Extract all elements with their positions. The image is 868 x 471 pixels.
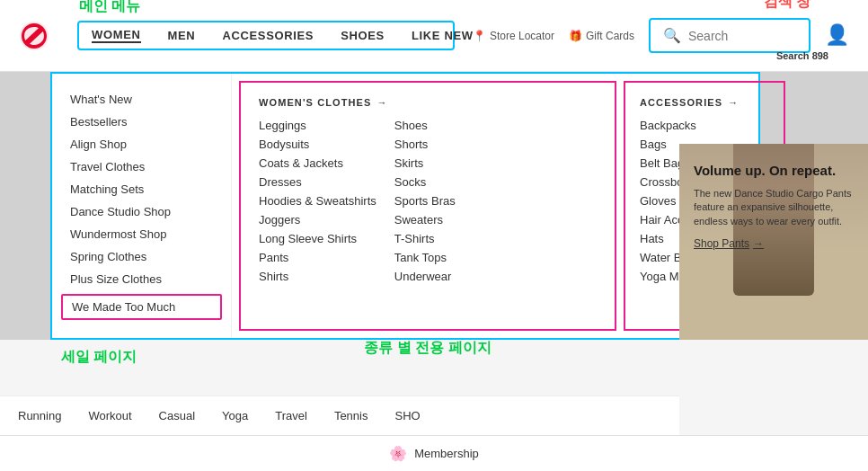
left-nav-item-align-shop[interactable]: Align Shop xyxy=(70,133,213,156)
activity-item-casual[interactable]: Casual xyxy=(159,409,195,422)
category-label: 종류 별 전용 페이지 xyxy=(364,339,491,358)
store-locator[interactable]: 📍 Store Locator xyxy=(473,30,554,42)
hero-cta[interactable]: Shop Pants → xyxy=(694,237,854,250)
activity-item-workout[interactable]: Workout xyxy=(88,409,131,422)
clothes-item[interactable]: Coats & Jackets xyxy=(259,156,376,170)
left-nav-item-we-made-too-much[interactable]: We Made Too Much xyxy=(61,294,222,320)
nav-item-men[interactable]: MEN xyxy=(168,29,196,42)
menu-annotation: 메인 메뉴 xyxy=(79,0,140,16)
activity-item-travel[interactable]: Travel xyxy=(275,409,307,422)
sale-label: 세일 페이지 xyxy=(61,348,137,367)
clothes-item[interactable]: Hoodies & Sweatshirts xyxy=(259,194,376,208)
clothes-item[interactable]: Sweaters xyxy=(394,213,511,227)
clothes-item[interactable]: Underwear xyxy=(394,270,511,283)
header: 메인 메뉴 WOMEN MEN ACCESSORIES SHOES LIKE N… xyxy=(0,0,868,72)
clothes-item[interactable]: T-Shirts xyxy=(394,232,511,245)
clothes-item[interactable]: Bodysuits xyxy=(259,138,376,151)
left-nav-item-matching-sets[interactable]: Matching Sets xyxy=(70,178,213,200)
membership-icon: 🌸 xyxy=(389,445,407,462)
gift-cards[interactable]: 🎁 Gift Cards xyxy=(569,30,634,42)
accessories-title: ACCESSORIES → xyxy=(640,97,769,108)
activity-bar: Running Workout Casual Yoga Travel Tenni… xyxy=(0,395,679,435)
mega-menu-overlay: What's New Bestsellers Align Shop Travel… xyxy=(0,72,868,340)
clothes-item[interactable]: Shorts xyxy=(394,138,511,151)
clothes-item[interactable]: Long Sleeve Shirts xyxy=(259,232,376,245)
clothes-item[interactable]: Joggers xyxy=(259,213,376,227)
clothes-columns: Leggings Bodysuits Coats & Jackets Dress… xyxy=(259,119,597,283)
nav-item-accessories[interactable]: ACCESSORIES xyxy=(222,29,314,42)
left-nav-item-bestsellers[interactable]: Bestsellers xyxy=(70,111,213,133)
acc-item[interactable]: Backpacks xyxy=(640,119,769,132)
header-right: 📍 Store Locator 🎁 Gift Cards 검색 창 🔍 Sear… xyxy=(473,18,850,53)
nav-item-women[interactable]: WOMEN xyxy=(92,28,141,43)
main-nav: 메인 메뉴 WOMEN MEN ACCESSORIES SHOES LIKE N… xyxy=(77,21,455,50)
membership-bar: 🌸 Membership xyxy=(0,435,868,471)
logo[interactable] xyxy=(18,20,50,52)
store-locator-icon: 📍 xyxy=(473,30,486,42)
hero-cta-arrow: → xyxy=(753,237,764,250)
activity-item-sho[interactable]: SHO xyxy=(394,409,420,422)
nav-item-shoes[interactable]: SHOES xyxy=(341,29,385,42)
clothes-item[interactable]: Shirts xyxy=(259,270,376,283)
activity-item-yoga[interactable]: Yoga xyxy=(222,409,248,422)
left-nav: What's New Bestsellers Align Shop Travel… xyxy=(52,74,232,338)
search-annotation: 검색 창 xyxy=(764,0,810,12)
left-nav-item-spring-clothes[interactable]: Spring Clothes xyxy=(70,245,213,268)
search-box[interactable]: 🔍 xyxy=(649,18,810,53)
nav-item-like-new[interactable]: LIKE NEW xyxy=(412,29,474,42)
clothes-item[interactable]: Socks xyxy=(394,175,511,189)
search-box-wrapper: 검색 창 🔍 Search 898 xyxy=(649,18,810,53)
clothes-col-2: Shoes Shorts Skirts Socks Sports Bras Sw… xyxy=(394,119,511,283)
user-icon[interactable]: 👤 xyxy=(825,23,850,49)
membership-text: Membership xyxy=(414,447,479,460)
hero-cta-label: Shop Pants xyxy=(694,237,749,250)
search-icon: 🔍 xyxy=(663,27,681,44)
activity-item-running[interactable]: Running xyxy=(18,409,61,422)
clothes-item[interactable]: Pants xyxy=(259,251,376,264)
clothes-item[interactable]: Leggings xyxy=(259,119,376,132)
store-locator-label: Store Locator xyxy=(490,30,554,42)
left-nav-item-travel-clothes[interactable]: Travel Clothes xyxy=(70,156,213,178)
hero-content: Volume up. On repeat. The new Dance Stud… xyxy=(679,144,868,268)
hero-title: Volume up. On repeat. xyxy=(694,162,854,180)
left-nav-item-dance-studio[interactable]: Dance Studio Shop xyxy=(70,200,213,223)
search-count: Search 898 xyxy=(776,50,828,61)
clothes-item[interactable]: Sports Bras xyxy=(394,194,511,208)
clothes-item[interactable]: Shoes xyxy=(394,119,511,132)
clothes-col-1: Leggings Bodysuits Coats & Jackets Dress… xyxy=(259,119,376,283)
hero-description: The new Dance Studio Cargo Pants feature… xyxy=(694,187,854,228)
gift-cards-label: Gift Cards xyxy=(586,30,634,42)
left-nav-item-wundermost[interactable]: Wundermost Shop xyxy=(70,223,213,245)
search-input[interactable] xyxy=(688,29,796,43)
activity-item-tennis[interactable]: Tennis xyxy=(334,409,368,422)
mega-menu: What's New Bestsellers Align Shop Travel… xyxy=(50,72,760,340)
womens-clothes-section: WOMEN'S CLOTHES → Leggings Bodysuits Coa… xyxy=(239,81,616,331)
clothes-item[interactable]: Tank Tops xyxy=(394,251,511,264)
left-nav-item-whats-new[interactable]: What's New xyxy=(70,88,213,111)
left-nav-item-plus-size[interactable]: Plus Size Clothes xyxy=(70,268,213,290)
gift-cards-icon: 🎁 xyxy=(569,30,582,42)
hero-section: Volume up. On repeat. The new Dance Stud… xyxy=(679,144,868,340)
clothes-item[interactable]: Skirts xyxy=(394,156,511,170)
womens-clothes-title: WOMEN'S CLOTHES → xyxy=(259,97,597,108)
clothes-item[interactable]: Dresses xyxy=(259,175,376,189)
